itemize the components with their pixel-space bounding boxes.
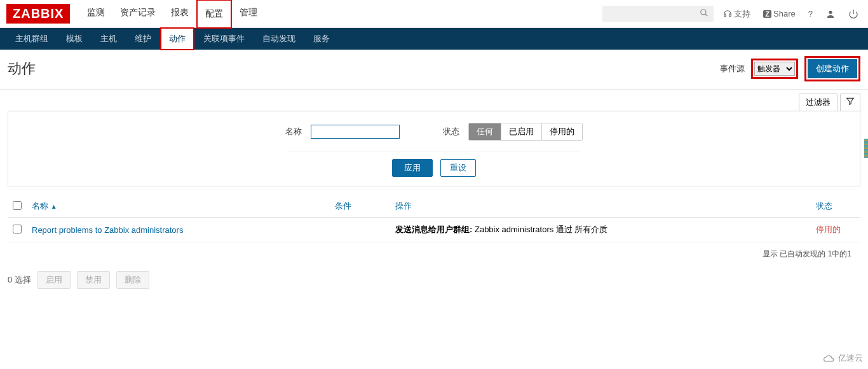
filter-status-label: 状态 [443,126,459,137]
col-conditions: 条件 [330,195,390,218]
search-box[interactable] [602,6,714,22]
row-operations: 发送消息给用户群组: Zabbix administrators 通过 所有介质 [390,218,816,242]
col-name[interactable]: 名称 ▲ [27,195,330,218]
filter-name-label: 名称 [285,126,302,137]
help-link[interactable]: ? [805,9,816,18]
sort-asc-icon: ▲ [51,203,57,210]
topnav-administration[interactable]: 管理 [232,0,265,29]
support-link[interactable]: 支持 [720,8,754,20]
filter-status-any[interactable]: 任何 [469,123,501,140]
svg-point-0 [701,10,706,15]
col-status: 状态 [816,195,860,218]
subnav-services[interactable]: 服务 [304,27,339,50]
select-all-checkbox[interactable] [13,201,22,210]
create-action-highlight: 创建动作 [804,56,860,81]
subnav: 主机群组 模板 主机 维护 动作 关联项事件 自动发现 服务 [0,28,868,50]
topnav-reports[interactable]: 报表 [163,0,196,29]
table-header-row: 名称 ▲ 条件 操作 状态 [8,195,860,218]
table-footer-info: 显示 已自动发现的 1中的1 [8,242,860,266]
col-operations: 操作 [390,195,816,218]
topnav-configuration[interactable]: 配置 [196,0,232,29]
selected-count: 0 选择 [8,274,31,286]
subnav-maintenance[interactable]: 维护 [126,27,160,50]
create-action-button[interactable]: 创建动作 [808,59,857,78]
filter-actions: 应用 重设 [288,151,580,177]
action-name-link[interactable]: Report problems to Zabbix administrators [32,225,183,235]
filter-icon-tab[interactable] [840,94,860,111]
svg-point-2 [829,10,832,13]
filter-status-group: 任何 已启用 停用的 [468,123,583,141]
table-row: Report problems to Zabbix administrators… [8,218,860,242]
filter-row: 名称 状态 任何 已启用 停用的 [8,123,860,141]
svg-line-1 [705,14,708,17]
subnav-correlation[interactable]: 关联项事件 [194,27,254,50]
topbar-right: 支持 Z Share ? [602,6,862,22]
user-icon[interactable] [822,9,839,19]
filter-status-enabled[interactable]: 已启用 [501,123,542,140]
share-link[interactable]: Z Share [760,9,798,18]
page-header: 动作 事件源 触发器 创建动作 [0,50,868,87]
logo[interactable]: ZABBIX [6,4,70,24]
topnav: 监测 资产记录 报表 配置 管理 [79,0,265,29]
subnav-hosts[interactable]: 主机 [92,27,126,50]
delete-button[interactable]: 删除 [116,271,149,289]
scroll-indicator [864,139,868,158]
topnav-inventory[interactable]: 资产记录 [112,0,163,29]
page-title: 动作 [8,59,36,78]
headset-icon [723,10,732,18]
actions-table-wrap: 名称 ▲ 条件 操作 状态 Report problems to Zabbix … [8,195,860,266]
funnel-icon [846,97,855,106]
event-source-select-highlight: 触发器 [751,59,798,79]
subnav-hostgroups[interactable]: 主机群组 [6,27,57,50]
topbar: ZABBIX 监测 资产记录 报表 配置 管理 支持 Z Share ? [0,0,868,28]
disable-button[interactable]: 禁用 [77,271,110,289]
bottom-actions: 0 选择 启用 禁用 删除 [0,266,868,294]
filter-panel: 名称 状态 任何 已启用 停用的 应用 重设 [8,111,860,186]
filter-bar: 过滤器 [0,89,868,111]
subnav-actions[interactable]: 动作 [160,27,194,50]
event-source-select[interactable]: 触发器 [754,62,795,76]
event-source-label: 事件源 [720,63,745,74]
filter-apply-button[interactable]: 应用 [392,159,433,177]
power-icon[interactable] [845,9,862,19]
subnav-templates[interactable]: 模板 [57,27,92,50]
filter-name-input[interactable] [311,125,400,139]
topnav-monitoring[interactable]: 监测 [79,0,112,29]
filter-tab[interactable]: 过滤器 [799,94,837,111]
actions-table: 名称 ▲ 条件 操作 状态 Report problems to Zabbix … [8,195,860,242]
filter-reset-button[interactable]: 重设 [440,159,476,177]
search-icon [700,8,709,19]
z-icon: Z [763,10,771,18]
page-header-right: 事件源 触发器 创建动作 [720,56,860,81]
row-status-link[interactable]: 停用的 [816,225,841,234]
filter-status-disabled[interactable]: 停用的 [542,123,582,140]
subnav-discovery[interactable]: 自动发现 [254,27,304,50]
enable-button[interactable]: 启用 [37,271,71,289]
row-conditions [330,218,390,242]
row-checkbox[interactable] [13,225,22,233]
